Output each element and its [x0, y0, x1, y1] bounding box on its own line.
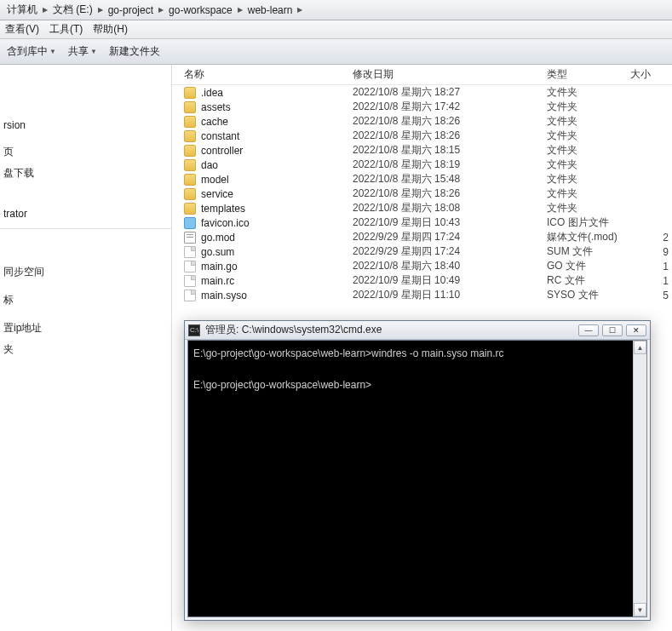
sidebar-item[interactable]: 页 [0, 141, 171, 163]
chevron-down-icon: ▼ [90, 48, 97, 55]
cmd-app-icon: C:\ [188, 324, 200, 336]
file-date: 2022/10/9 星期日 11:10 [353, 288, 547, 302]
file-row[interactable]: assets2022/10/8 星期六 17:42文件夹 [172, 100, 672, 114]
sidebar-item[interactable]: rsion [0, 116, 171, 135]
file-type: RC 文件 [547, 273, 630, 288]
file-date: 2022/10/8 星期六 18:26 [353, 129, 547, 143]
cmd-client-area: E:\go-project\go-workspace\web-learn>win… [187, 340, 647, 617]
folder-icon [184, 203, 196, 215]
breadcrumb-folder[interactable]: go-workspace [165, 0, 236, 20]
file-date: 2022/9/29 星期四 17:24 [353, 244, 547, 259]
menu-help[interactable]: 帮助(H) [93, 22, 128, 37]
column-modified[interactable]: 修改日期 [353, 67, 547, 82]
file-type: ICO 图片文件 [547, 215, 630, 230]
sidebar-item[interactable]: trator [0, 204, 171, 223]
file-date: 2022/10/8 星期六 17:42 [353, 100, 547, 114]
cmd-output[interactable]: E:\go-project\go-workspace\web-learn>win… [188, 341, 633, 617]
column-type[interactable]: 类型 [547, 67, 630, 82]
file-type: GO 文件 [547, 259, 630, 273]
file-size: 1 [630, 275, 672, 287]
column-name[interactable]: 名称 [172, 67, 353, 82]
menu-bar: 查看(V) 工具(T) 帮助(H) [0, 20, 672, 39]
file-row[interactable]: dao2022/10/8 星期六 18:19文件夹 [172, 158, 672, 172]
navigation-sidebar[interactable]: rsion 页 盘下载 trator 同步空间 标 置ip地址 夹 [0, 65, 172, 631]
file-name: controller [201, 145, 243, 157]
sidebar-item[interactable]: 标 [0, 290, 171, 311]
breadcrumb-folder[interactable]: go-project [105, 0, 157, 20]
file-row[interactable]: favicon.ico2022/10/9 星期日 10:43ICO 图片文件 [172, 215, 672, 230]
column-headers[interactable]: 名称 修改日期 类型 大小 [172, 65, 672, 85]
close-button[interactable]: ✕ [626, 324, 646, 336]
cmd-titlebar[interactable]: C:\ 管理员: C:\windows\system32\cmd.exe — ☐… [185, 321, 650, 340]
breadcrumb-computer[interactable]: 计算机 [3, 0, 41, 20]
file-row[interactable]: model2022/10/8 星期六 15:48文件夹 [172, 172, 672, 186]
breadcrumb-drive[interactable]: 文档 (E:) [49, 0, 96, 20]
file-row[interactable]: main.go2022/10/8 星期六 18:40GO 文件1 [172, 259, 672, 273]
file-size: 2 [630, 232, 672, 244]
sidebar-item[interactable]: 置ip地址 [0, 318, 171, 339]
main-area: rsion 页 盘下载 trator 同步空间 标 置ip地址 夹 名称 修改日… [0, 65, 672, 631]
chevron-right-icon: ▶ [296, 6, 304, 14]
folder-icon [184, 101, 196, 113]
folder-icon [184, 188, 196, 200]
file-type: 文件夹 [547, 201, 630, 215]
sidebar-item[interactable]: 夹 [0, 339, 171, 360]
file-name: cache [201, 116, 228, 128]
include-in-library-button[interactable]: 含到库中▼ [7, 44, 56, 59]
file-date: 2022/10/8 星期六 18:15 [353, 143, 547, 158]
file-date: 2022/10/9 星期日 10:49 [353, 273, 547, 288]
new-folder-button[interactable]: 新建文件夹 [109, 44, 160, 59]
file-type: 文件夹 [547, 186, 630, 201]
file-row[interactable]: main.syso2022/10/9 星期日 11:10SYSO 文件5 [172, 288, 672, 302]
file-type: SYSO 文件 [547, 288, 630, 302]
chevron-right-icon: ▶ [157, 6, 165, 14]
cmd-window[interactable]: C:\ 管理员: C:\windows\system32\cmd.exe — ☐… [184, 320, 651, 621]
chevron-right-icon: ▶ [236, 6, 244, 14]
file-row[interactable]: go.sum2022/9/29 星期四 17:24SUM 文件9 [172, 244, 672, 259]
menu-tools[interactable]: 工具(T) [49, 22, 83, 37]
breadcrumb-folder[interactable]: web-learn [244, 0, 296, 20]
chevron-right-icon: ▶ [96, 6, 105, 14]
file-row[interactable]: go.mod2022/9/29 星期四 17:24媒体文件(.mod)2 [172, 230, 672, 244]
file-name: service [201, 188, 233, 200]
file-name: favicon.ico [201, 217, 250, 229]
file-date: 2022/10/8 星期六 18:40 [353, 259, 547, 273]
file-icon [184, 246, 196, 258]
folder-icon [184, 159, 196, 171]
file-type: 文件夹 [547, 143, 630, 158]
file-name: model [201, 174, 229, 186]
file-row[interactable]: templates2022/10/8 星期六 18:08文件夹 [172, 201, 672, 215]
sidebar-item[interactable]: 盘下载 [0, 163, 171, 184]
file-row[interactable]: constant2022/10/8 星期六 18:26文件夹 [172, 129, 672, 143]
file-name: main.syso [201, 290, 247, 301]
cmd-scrollbar[interactable]: ▲ ▼ [633, 341, 646, 617]
minimize-button[interactable]: — [578, 324, 599, 336]
folder-icon [184, 87, 196, 99]
file-row[interactable]: .idea2022/10/8 星期六 18:27文件夹 [172, 85, 672, 100]
file-row[interactable]: main.rc2022/10/9 星期日 10:49RC 文件1 [172, 273, 672, 288]
file-row[interactable]: service2022/10/8 星期六 18:26文件夹 [172, 186, 672, 201]
column-size[interactable]: 大小 [630, 67, 672, 82]
scroll-up-icon[interactable]: ▲ [634, 341, 646, 354]
share-button[interactable]: 共享▼ [68, 44, 97, 59]
file-icon [184, 275, 196, 287]
file-type: SUM 文件 [547, 244, 630, 259]
folder-icon [184, 130, 196, 142]
file-name: main.go [201, 261, 238, 272]
file-row[interactable]: controller2022/10/8 星期六 18:15文件夹 [172, 143, 672, 158]
address-bar[interactable]: 计算机▶ 文档 (E:)▶ go-project▶ go-workspace▶ … [0, 0, 672, 20]
maximize-button[interactable]: ☐ [602, 324, 623, 336]
file-name: .idea [201, 87, 223, 99]
file-name: templates [201, 203, 245, 215]
file-name: dao [201, 159, 218, 171]
file-name: go.mod [201, 232, 235, 244]
menu-view[interactable]: 查看(V) [5, 22, 39, 37]
chevron-right-icon: ▶ [41, 6, 49, 14]
scroll-down-icon[interactable]: ▼ [634, 603, 646, 617]
file-date: 2022/10/8 星期六 18:08 [353, 201, 547, 215]
file-row[interactable]: cache2022/10/8 星期六 18:26文件夹 [172, 114, 672, 129]
file-type: 文件夹 [547, 172, 630, 186]
file-date: 2022/10/8 星期六 18:19 [353, 158, 547, 172]
sidebar-item[interactable]: 同步空间 [0, 261, 171, 283]
file-size: 5 [630, 290, 672, 301]
